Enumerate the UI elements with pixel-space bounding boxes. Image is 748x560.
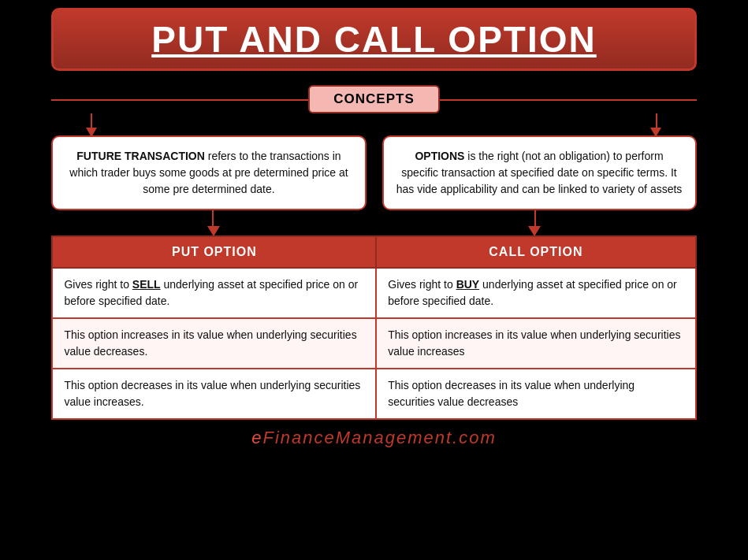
footer: eFinanceManagement.com xyxy=(251,428,497,448)
table-row: This option increases in its value when … xyxy=(376,318,695,369)
main-title: PUT AND CALL OPTION xyxy=(69,18,678,61)
comparison-table: PUT OPTION CALL OPTION Gives right to SE… xyxy=(51,235,696,420)
footer-e: e xyxy=(251,428,262,447)
concepts-box: CONCEPTS xyxy=(308,85,439,113)
col1-header: PUT OPTION xyxy=(52,236,376,268)
col2-header: CALL OPTION xyxy=(376,236,695,268)
table-row: This option increases in its value when … xyxy=(52,318,376,369)
table-row: Gives right to SELL underlying asset at … xyxy=(52,268,376,318)
table-row: This option decreases in its value when … xyxy=(376,369,695,419)
slide: PUT AND CALL OPTION CONCEPTS FUTURE TRAN… xyxy=(0,0,748,560)
table-row: This option decreases in its value when … xyxy=(52,369,376,419)
footer-text: FinanceManagement.com xyxy=(262,428,496,447)
future-term: FUTURE TRANSACTION xyxy=(76,150,205,162)
table-row: Gives right to BUY underlying asset at s… xyxy=(376,268,695,318)
concepts-label: CONCEPTS xyxy=(333,91,414,106)
title-box: PUT AND CALL OPTION xyxy=(51,8,696,71)
info-row: FUTURE TRANSACTION refers to the transac… xyxy=(51,135,696,210)
options-box: OPTIONS is the right (not an obligation)… xyxy=(382,135,697,210)
future-transaction-box: FUTURE TRANSACTION refers to the transac… xyxy=(51,135,366,210)
options-term: OPTIONS xyxy=(415,150,464,162)
